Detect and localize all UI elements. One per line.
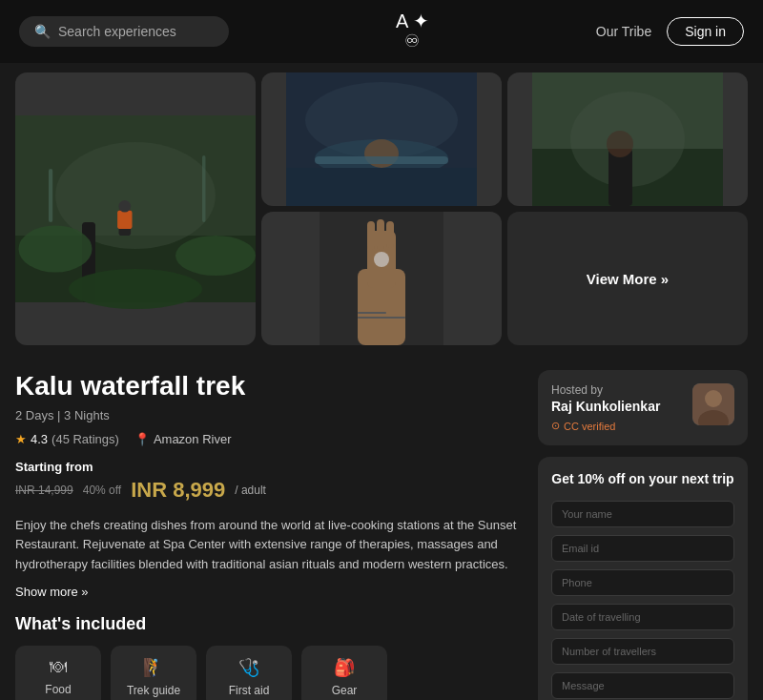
phone-input[interactable] (551, 569, 734, 596)
included-item-food: 🍽 Food (15, 646, 101, 700)
svg-rect-31 (358, 317, 405, 319)
starting-from-label: Starting from (15, 460, 519, 474)
per-adult-label: / adult (235, 484, 266, 497)
svg-rect-17 (286, 168, 477, 206)
gallery-mid-middle-image (507, 72, 748, 206)
svg-rect-29 (386, 221, 394, 248)
date-input[interactable] (551, 604, 734, 630)
svg-rect-27 (367, 221, 375, 250)
form-field-message[interactable] (551, 672, 734, 699)
included-item-first-aid: 🩺 First aid (206, 646, 292, 700)
included-items: 🍽 Food 🧗 Trek guide 🩺 First aid 🎒 Gear (15, 646, 519, 700)
included-item-trek-guide: 🧗 Trek guide (111, 646, 196, 700)
svg-point-10 (175, 236, 256, 276)
food-icon: 🍽 (50, 657, 67, 677)
host-info: Hosted by Raj Kunkolienkar ⊙ CC verified (551, 383, 660, 432)
original-price: INR 14,999 (15, 484, 73, 497)
svg-point-11 (69, 269, 202, 309)
trip-duration: 2 Days | 3 Nights (15, 408, 519, 422)
trip-meta: ★ 4.3 (45 Ratings) 📍 Amazon River (15, 432, 519, 446)
trip-description: Enjoy the chefs creating dishes from aro… (15, 516, 519, 575)
star-icon: ★ (15, 432, 27, 446)
included-title: What's included (15, 614, 519, 634)
trip-title: Kalu waterfall trek (15, 370, 519, 402)
enquiry-title: Get 10% off on your next trip (551, 470, 734, 489)
included-item-gear: 🎒 Gear (301, 646, 387, 700)
host-header: Hosted by Raj Kunkolienkar ⊙ CC verified (551, 383, 734, 432)
view-more-label: View More » (587, 271, 669, 287)
form-field-email[interactable] (551, 535, 734, 562)
header-right: Our Tribe Sign in (596, 17, 744, 46)
food-label: Food (45, 683, 71, 696)
search-placeholder: Search experiences (58, 24, 176, 39)
email-input[interactable] (551, 535, 734, 562)
gallery-main-image (15, 72, 256, 345)
hosted-by-label: Hosted by (551, 383, 660, 397)
sign-in-button[interactable]: Sign in (667, 17, 744, 46)
svg-point-6 (119, 200, 132, 213)
search-bar[interactable]: 🔍 Search experiences (19, 16, 229, 47)
travellers-input[interactable] (551, 638, 734, 665)
svg-rect-7 (49, 169, 52, 222)
svg-rect-21 (608, 149, 632, 206)
form-field-phone[interactable] (551, 569, 734, 596)
gallery-top-middle-image (261, 72, 502, 206)
gallery: View More » (0, 63, 763, 355)
gear-label: Gear (332, 684, 358, 697)
gear-icon: 🎒 (334, 657, 355, 678)
svg-rect-16 (315, 156, 448, 164)
rating-count: (45 Ratings) (52, 432, 119, 446)
show-more-button[interactable]: Show more » (15, 585, 519, 599)
location-icon: 📍 (134, 432, 150, 446)
discount-badge: 40% off (83, 484, 121, 497)
trek-guide-icon: 🧗 (143, 657, 164, 678)
rating-value: 4.3 (31, 432, 48, 446)
logo: A ✦ ♾ (396, 11, 429, 51)
price-row: INR 14,999 40% off INR 8,999 / adult (15, 478, 519, 503)
logo-icon: A ✦ (396, 11, 429, 31)
svg-rect-5 (117, 210, 132, 229)
our-tribe-link[interactable]: Our Tribe (596, 24, 651, 39)
svg-rect-28 (377, 219, 384, 250)
first-aid-label: First aid (229, 684, 270, 697)
svg-point-30 (374, 252, 389, 267)
search-icon: 🔍 (34, 24, 51, 39)
pricing-section: Starting from INR 14,999 40% off INR 8,9… (15, 460, 519, 503)
logo-sub: ♾ (404, 31, 420, 51)
message-input[interactable] (551, 672, 734, 699)
right-sidebar: Hosted by Raj Kunkolienkar ⊙ CC verified (538, 370, 748, 700)
first-aid-icon: 🩺 (238, 657, 259, 678)
host-card: Hosted by Raj Kunkolienkar ⊙ CC verified (538, 370, 748, 445)
name-input[interactable] (551, 501, 734, 527)
svg-rect-32 (358, 312, 386, 314)
trek-guide-label: Trek guide (127, 684, 180, 697)
enquiry-card: Get 10% off on your next trip Enquire no… (538, 457, 748, 700)
location-name: Amazon River (154, 432, 232, 446)
verified-circle-icon: ⊙ (551, 420, 560, 432)
host-name: Raj Kunkolienkar (551, 399, 660, 414)
svg-point-34 (705, 390, 722, 407)
form-field-travellers[interactable] (551, 638, 734, 665)
trip-rating: ★ 4.3 (45 Ratings) (15, 432, 119, 446)
gallery-far-top-image (261, 212, 502, 345)
form-field-date[interactable] (551, 604, 734, 630)
trip-location: 📍 Amazon River (134, 432, 232, 446)
view-more-button[interactable]: View More » (507, 212, 748, 345)
left-content: Kalu waterfall trek 2 Days | 3 Nights ★ … (15, 370, 519, 700)
svg-point-9 (19, 226, 93, 273)
show-more-label: Show more » (15, 585, 89, 599)
svg-rect-8 (202, 155, 206, 222)
host-avatar (692, 383, 734, 425)
cc-verified-label: CC verified (564, 421, 615, 432)
form-field-name[interactable] (551, 501, 734, 527)
cc-verified-badge: ⊙ CC verified (551, 420, 660, 432)
current-price: INR 8,999 (131, 478, 225, 503)
svg-rect-23 (532, 72, 723, 149)
main-content: Kalu waterfall trek 2 Days | 3 Nights ★ … (0, 355, 763, 700)
header: 🔍 Search experiences A ✦ ♾ Our Tribe Sig… (0, 0, 763, 63)
